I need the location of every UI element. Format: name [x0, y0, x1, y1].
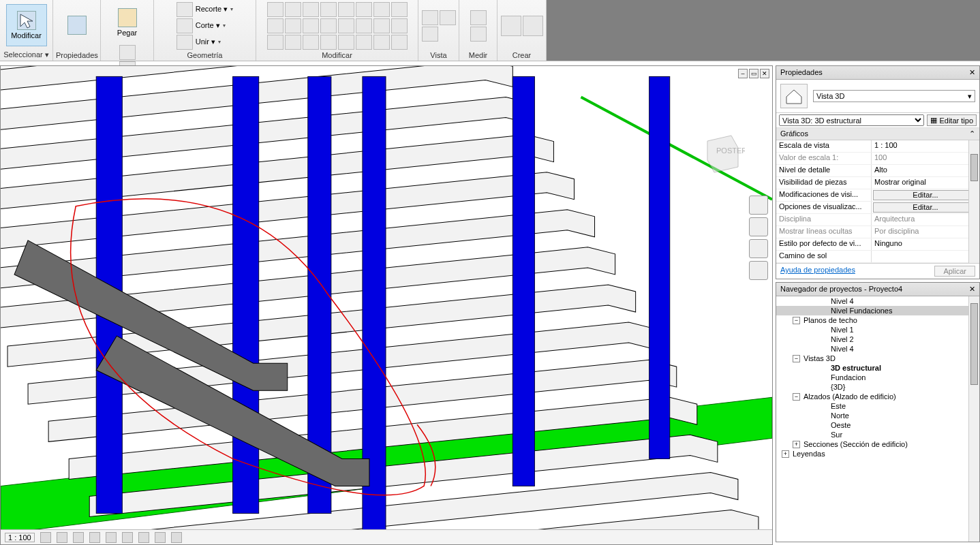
- tool[interactable]: [303, 2, 319, 17]
- tree-expand-icon[interactable]: −: [793, 355, 800, 362]
- tool[interactable]: [338, 2, 354, 17]
- tool[interactable]: [267, 2, 284, 17]
- prop-row[interactable]: Opciones de visualizac...Editar...: [776, 202, 979, 214]
- tree-item[interactable]: Nivel 1: [776, 325, 979, 334]
- edit-type-button[interactable]: ▦ Editar tipo: [927, 114, 977, 126]
- project-browser-close-icon[interactable]: ✕: [969, 285, 975, 294]
- tool[interactable]: [373, 35, 390, 50]
- crop-region-icon[interactable]: [122, 532, 133, 543]
- measure-tool[interactable]: [470, 27, 487, 42]
- modify-tool[interactable]: Modificar: [6, 4, 47, 46]
- visual-style-icon[interactable]: [57, 532, 67, 543]
- tree-expand-icon[interactable]: −: [793, 317, 800, 324]
- cut-dropdown[interactable]: Corte ▾: [174, 18, 228, 33]
- model-canvas[interactable]: [1, 66, 772, 544]
- tree-item[interactable]: −Planos de techo: [776, 315, 979, 325]
- tool[interactable]: [285, 18, 301, 33]
- tool[interactable]: [373, 2, 390, 17]
- viewport-3d[interactable]: – ▭ ✕: [0, 65, 773, 545]
- tree-item[interactable]: +Secciones (Sección de edificio): [776, 439, 979, 449]
- prop-value[interactable]: 100: [872, 153, 979, 164]
- tool[interactable]: [356, 2, 372, 17]
- apply-button[interactable]: Aplicar: [934, 266, 975, 277]
- tree-expand-icon[interactable]: +: [782, 450, 789, 458]
- tree-item[interactable]: +Leyendas: [776, 449, 979, 458]
- tree-expand-icon[interactable]: −: [793, 393, 800, 401]
- prop-row[interactable]: DisciplinaArquitectura: [776, 214, 979, 226]
- view-close-icon[interactable]: ✕: [760, 69, 769, 78]
- browser-scrollbar[interactable]: [968, 296, 979, 542]
- properties-close-icon[interactable]: ✕: [969, 68, 975, 77]
- prop-value[interactable]: Arquitectura: [872, 214, 979, 225]
- prop-edit-button[interactable]: Editar...: [873, 190, 978, 200]
- prop-edit-button[interactable]: Editar...: [873, 202, 978, 213]
- view-cube[interactable]: POSTERIOR: [697, 127, 745, 175]
- prop-value[interactable]: Por disciplina: [872, 226, 979, 238]
- tool[interactable]: [356, 18, 372, 33]
- prop-row[interactable]: Escala de vista1 : 100: [776, 140, 979, 153]
- tree-item[interactable]: 3D estructural: [776, 363, 979, 373]
- tree-item[interactable]: −Vistas 3D: [776, 354, 979, 363]
- tool[interactable]: [267, 18, 284, 33]
- prop-row[interactable]: Visibilidad de piezasMostrar original: [776, 177, 979, 189]
- view-tool[interactable]: [422, 27, 438, 42]
- nav-wheel-icon[interactable]: [749, 217, 768, 236]
- tool[interactable]: [391, 35, 408, 50]
- instance-selector[interactable]: Vista 3D: 3D estructural: [779, 114, 924, 126]
- properties-button[interactable]: [57, 5, 97, 47]
- tree-item[interactable]: Fundacion: [776, 373, 979, 382]
- tree-item[interactable]: Nivel 2: [776, 334, 979, 344]
- tool[interactable]: [320, 18, 337, 33]
- tool[interactable]: [285, 35, 301, 50]
- tree-item[interactable]: {3D}: [776, 382, 979, 392]
- paste-button[interactable]: Pegar: [107, 1, 148, 44]
- prop-value[interactable]: 1 : 100: [872, 140, 979, 152]
- prop-row[interactable]: Camino de sol: [776, 251, 979, 263]
- tree-item[interactable]: Nivel Fundaciones: [776, 306, 979, 315]
- prop-row[interactable]: Valor de escala 1:100: [776, 153, 979, 165]
- view-tool[interactable]: [422, 10, 438, 25]
- create-tool[interactable]: [523, 16, 543, 36]
- nav-home-icon[interactable]: [749, 196, 768, 215]
- prop-row[interactable]: Mostrar líneas ocultasPor disciplina: [776, 226, 979, 238]
- tree-item[interactable]: Sur: [776, 430, 979, 439]
- tool[interactable]: [391, 2, 408, 17]
- prop-row[interactable]: Modificaciones de visi...Editar...: [776, 189, 979, 202]
- measure-tool[interactable]: [470, 10, 487, 25]
- tool[interactable]: [373, 18, 390, 33]
- properties-help-link[interactable]: Ayuda de propiedades: [780, 266, 855, 277]
- type-selector[interactable]: Vista 3D: [813, 90, 975, 102]
- tool[interactable]: [356, 35, 372, 50]
- temp-hide-icon[interactable]: [155, 532, 166, 543]
- view-scale[interactable]: 1 : 100: [5, 533, 35, 542]
- create-tool[interactable]: [501, 16, 521, 36]
- nav-zoom-icon[interactable]: [749, 261, 768, 280]
- prop-value[interactable]: [872, 251, 979, 262]
- prop-value[interactable]: Alto: [872, 165, 979, 176]
- tool[interactable]: [267, 35, 284, 50]
- nav-pan-icon[interactable]: [749, 239, 768, 258]
- prop-row[interactable]: Nivel de detalleAlto: [776, 165, 979, 177]
- tree-item[interactable]: Este: [776, 401, 979, 411]
- tree-item[interactable]: Nivel 4: [776, 296, 979, 306]
- lock-icon[interactable]: [138, 532, 149, 543]
- prop-value[interactable]: Mostrar original: [872, 177, 979, 189]
- tool[interactable]: [303, 18, 319, 33]
- join-dropdown[interactable]: Unir ▾: [174, 35, 224, 50]
- prop-value[interactable]: Ninguno: [872, 238, 979, 250]
- prop-row[interactable]: Estilo por defecto de vi...Ninguno: [776, 238, 979, 251]
- tree-item[interactable]: Norte: [776, 411, 979, 420]
- tool[interactable]: [320, 2, 337, 17]
- cope-dropdown[interactable]: Recorte ▾: [174, 2, 236, 17]
- copy-button[interactable]: [119, 45, 136, 60]
- tool[interactable]: [391, 18, 408, 33]
- detail-level-icon[interactable]: [40, 532, 51, 543]
- tree-item[interactable]: Oeste: [776, 420, 979, 430]
- view-tool[interactable]: [440, 10, 456, 25]
- view-restore-icon[interactable]: ▭: [749, 69, 759, 78]
- tool[interactable]: [338, 18, 354, 33]
- tree-item[interactable]: −Alzados (Alzado de edificio): [776, 392, 979, 401]
- properties-scrollbar[interactable]: [968, 140, 979, 263]
- shadows-icon[interactable]: [89, 532, 100, 543]
- tool[interactable]: [285, 2, 301, 17]
